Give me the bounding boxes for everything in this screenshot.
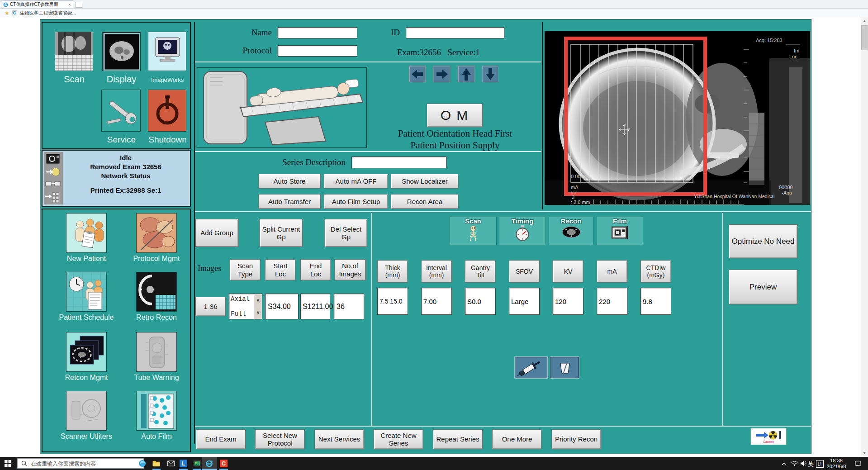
auto-film-setup-button[interactable]: Auto Film Setup bbox=[324, 194, 388, 209]
move-up-button[interactable] bbox=[458, 66, 474, 82]
speaker-icon[interactable] bbox=[799, 460, 807, 467]
clock[interactable]: 18:38 2021/6/8 bbox=[824, 458, 849, 469]
repeat-series-button[interactable]: Repeat Series bbox=[433, 429, 483, 449]
chevron-up-icon[interactable]: ∧ bbox=[254, 294, 262, 306]
tube-warning-icon[interactable] bbox=[136, 332, 177, 372]
image-range-button[interactable]: 1-36 bbox=[195, 297, 226, 316]
ctdiw-value[interactable]: 9.8 bbox=[640, 288, 671, 315]
num-images-value[interactable]: 36 bbox=[334, 294, 364, 319]
language-indicator[interactable]: 英 bbox=[808, 460, 814, 468]
next-services-button[interactable]: Next Services bbox=[314, 429, 364, 449]
scan-type-header[interactable]: Scan Type bbox=[230, 259, 261, 280]
add-group-button[interactable]: Add Group bbox=[195, 219, 238, 247]
c-app-icon[interactable]: C bbox=[220, 460, 228, 467]
task-view-icon[interactable] bbox=[125, 460, 133, 467]
name-field[interactable] bbox=[278, 27, 357, 38]
retcon-mgmt-icon[interactable] bbox=[66, 332, 107, 372]
show-localizer-button[interactable]: Show Localizer bbox=[391, 174, 459, 189]
select-new-protocol-button[interactable]: Select New Protocol bbox=[255, 429, 305, 449]
retro-recon-icon[interactable] bbox=[136, 272, 177, 312]
start-loc-value[interactable]: S34.00 bbox=[265, 294, 299, 319]
tab-scan[interactable]: Scan bbox=[450, 217, 497, 245]
new-tab-button[interactable] bbox=[76, 2, 82, 8]
shutdown-icon[interactable] bbox=[148, 90, 186, 132]
l-app-icon[interactable]: L bbox=[180, 460, 187, 467]
contrast-injection-button[interactable] bbox=[515, 357, 547, 378]
chevron-down-icon[interactable]: ∨ bbox=[254, 306, 262, 318]
interval-header[interactable]: Interval (mm) bbox=[421, 260, 452, 283]
auto-ma-off-button[interactable]: Auto mA OFF bbox=[324, 174, 388, 189]
scroll-up-icon[interactable]: ▲ bbox=[861, 17, 868, 24]
thick-header[interactable]: Thick (mm) bbox=[377, 260, 408, 283]
display-icon[interactable] bbox=[102, 32, 141, 71]
ctdiw-header[interactable]: CTDIw (mGy) bbox=[640, 260, 671, 283]
favorites-star-icon[interactable]: ★ bbox=[5, 10, 9, 16]
protocol-field[interactable] bbox=[278, 45, 357, 57]
auto-transfer-button[interactable]: Auto Tramsfer bbox=[258, 194, 321, 209]
oral-contrast-button[interactable] bbox=[550, 357, 579, 378]
tab-film[interactable]: Film bbox=[597, 217, 643, 245]
tab-close-icon[interactable]: × bbox=[68, 2, 71, 7]
scroll-down-icon[interactable]: ▼ bbox=[861, 449, 868, 456]
thick-value[interactable]: 7.5 15.0 bbox=[377, 288, 408, 315]
cortana-icon[interactable] bbox=[111, 460, 119, 467]
tab-recon[interactable]: Recon bbox=[549, 217, 593, 245]
edge-icon[interactable] bbox=[138, 460, 146, 467]
one-more-button[interactable]: One More bbox=[492, 429, 542, 449]
id-field[interactable] bbox=[406, 27, 504, 38]
end-loc-value[interactable]: S1211.00 bbox=[300, 294, 330, 319]
preview-button[interactable]: Preview bbox=[729, 270, 797, 304]
new-patient-icon[interactable] bbox=[66, 213, 107, 253]
start-loc-header[interactable]: Start Loc bbox=[265, 259, 296, 280]
interval-value[interactable]: 7.00 bbox=[421, 288, 452, 315]
scrollbar-thumb[interactable] bbox=[861, 25, 868, 50]
gantry-tilt-value[interactable]: S0.0 bbox=[465, 288, 496, 315]
scan-type-dropdown[interactable]: Axial Full ∧ ∨ bbox=[229, 294, 262, 319]
start-button[interactable] bbox=[4, 460, 12, 467]
imageworks-icon[interactable] bbox=[148, 32, 186, 71]
create-new-series-button[interactable]: Create New Series bbox=[374, 429, 423, 449]
recon-area-button[interactable]: Recon Area bbox=[391, 194, 459, 209]
action-center-icon[interactable] bbox=[854, 460, 862, 467]
optimize-no-need-button[interactable]: Optimize No Need bbox=[729, 224, 797, 258]
om-button[interactable]: O M bbox=[427, 104, 483, 127]
ime-indicator[interactable]: 拼 bbox=[816, 460, 824, 468]
sfov-value[interactable]: Large bbox=[509, 288, 540, 315]
patient-schedule-icon[interactable] bbox=[66, 272, 107, 312]
priority-recon-button[interactable]: Priority Recon bbox=[551, 429, 601, 449]
scanner-utilities-icon[interactable] bbox=[66, 391, 107, 431]
ie-icon[interactable] bbox=[205, 460, 213, 467]
dropdown-scrollbar[interactable]: ∧ ∨ bbox=[254, 294, 262, 319]
browser-tab[interactable]: CT仿真操作CT参数界面 × bbox=[1, 0, 73, 8]
file-explorer-icon[interactable] bbox=[152, 460, 160, 467]
protocol-mgmt-icon[interactable] bbox=[136, 213, 177, 253]
move-down-button[interactable] bbox=[482, 66, 498, 82]
kv-value[interactable]: 120 bbox=[553, 288, 583, 315]
del-select-gp-button[interactable]: Del Select Gp bbox=[325, 219, 367, 247]
split-current-gp-button[interactable]: Split Current Gp bbox=[260, 219, 303, 247]
mail-icon[interactable] bbox=[167, 460, 175, 467]
num-images-header[interactable]: No.of Images bbox=[334, 259, 366, 280]
scan-icon[interactable] bbox=[55, 32, 93, 71]
media-app-icon[interactable] bbox=[193, 460, 201, 467]
sfov-header[interactable]: SFOV bbox=[509, 260, 540, 283]
wifi-icon[interactable] bbox=[791, 460, 798, 467]
ma-header[interactable]: mA bbox=[597, 260, 627, 283]
ma-value[interactable]: 220 bbox=[597, 288, 627, 315]
series-description-field[interactable] bbox=[351, 157, 446, 168]
search-input[interactable] bbox=[30, 460, 136, 467]
service-icon[interactable] bbox=[101, 90, 141, 132]
gantry-tilt-header[interactable]: Gantry Tilt bbox=[465, 260, 496, 283]
auto-store-button[interactable]: Auto Store bbox=[258, 174, 321, 189]
kv-header[interactable]: KV bbox=[553, 260, 583, 283]
bookmark-link[interactable]: 生物医学工程安徽省省级... bbox=[20, 10, 76, 16]
move-right-button[interactable] bbox=[433, 66, 450, 82]
move-left-button[interactable] bbox=[409, 66, 426, 82]
tab-timing[interactable]: Timing bbox=[499, 217, 546, 245]
auto-film-icon[interactable] bbox=[136, 391, 177, 431]
localizer-image-viewport[interactable]: Acq: 15:203 Im Loc: 0.00 ms mA kV 3 : 2.… bbox=[545, 31, 810, 205]
browser-scrollbar[interactable] bbox=[861, 17, 868, 457]
tray-chevron-up-icon[interactable] bbox=[781, 460, 787, 467]
end-exam-button[interactable]: End Exam bbox=[196, 429, 246, 449]
end-loc-header[interactable]: End Loc bbox=[300, 259, 331, 280]
